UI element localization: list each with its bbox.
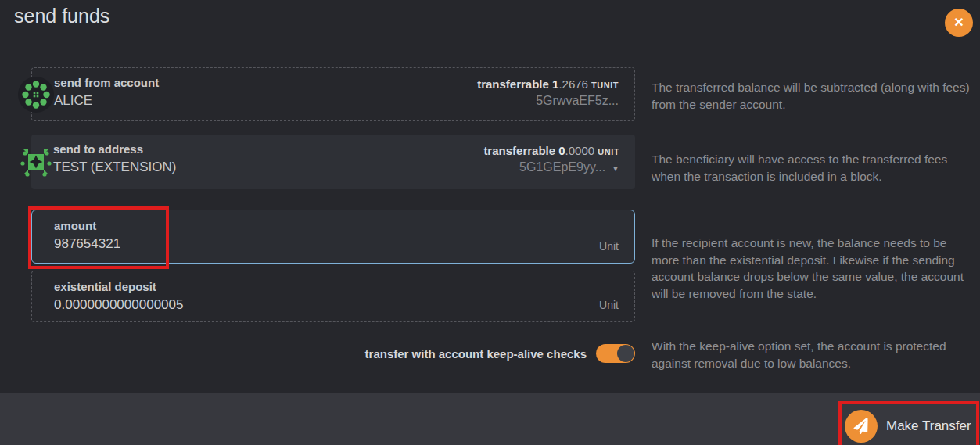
to-balance-unit: UNIT [598, 147, 619, 156]
from-account-name: ALICE [54, 93, 159, 109]
existential-unit-label: Unit [599, 299, 619, 311]
help-text-existential: If the recipient account is new, the bal… [652, 235, 975, 303]
close-icon: ✕ [953, 16, 964, 29]
keep-alive-toggle[interactable] [596, 344, 635, 363]
chevron-down-icon[interactable]: ▼ [612, 164, 619, 173]
help-text-sender: The transferred balance will be subtract… [652, 79, 975, 113]
keep-alive-label: transfer with account keep-alive checks [365, 347, 587, 361]
to-balance-frac: .0000 [565, 144, 595, 157]
modal-footer [0, 393, 980, 445]
amount-input[interactable] [54, 236, 492, 252]
amount-label: amount [54, 219, 492, 232]
modal-title: send funds [14, 5, 109, 27]
to-balance-line: transferrable 0.0000 UNIT [483, 144, 619, 157]
make-transfer-button[interactable]: Make Transfer [845, 410, 971, 443]
send-funds-modal: send funds ✕ send from account ALICE tra… [0, 0, 980, 445]
paper-plane-icon [845, 410, 878, 443]
amount-info: amount [54, 219, 492, 252]
from-account-info: send from account ALICE [54, 76, 159, 109]
existential-info: existential deposit [54, 280, 492, 313]
from-balance-unit: TUNIT [591, 81, 619, 90]
existential-deposit-input [54, 297, 492, 313]
from-account-balance: transferrable 1.2676 TUNIT 5GrwvaEF5z... [477, 76, 619, 109]
existential-deposit-field: existential deposit Unit [31, 271, 635, 322]
toggle-knob [617, 345, 634, 362]
send-from-account-row: send from account ALICE transferrable 1.… [31, 67, 635, 121]
close-button[interactable]: ✕ [945, 9, 973, 37]
help-text-beneficiary: The beneficiary will have access to the … [652, 151, 975, 185]
to-balance-int: 0 [558, 144, 565, 157]
amount-field[interactable]: amount Unit [31, 210, 635, 264]
make-transfer-label: Make Transfer [886, 418, 971, 434]
amount-unit-label: Unit [599, 240, 619, 253]
from-account-address: 5GrwvaEF5z... [477, 94, 619, 108]
to-account-address: 5G1GEpE9yy...▼ [483, 160, 619, 174]
to-address-label: send to address [53, 142, 176, 156]
from-balance-line: transferrable 1.2676 TUNIT [477, 77, 619, 91]
existential-deposit-label: existential deposit [54, 280, 492, 293]
help-text-keep-alive: With the keep-alive option set, the acco… [652, 338, 975, 371]
keep-alive-row: transfer with account keep-alive checks [31, 344, 635, 363]
to-address-balance: transferrable 0.0000 UNIT 5G1GEpE9yy...▼ [483, 142, 619, 175]
from-account-label: send from account [54, 76, 159, 89]
to-address-name: TEST (EXTENSION) [53, 160, 176, 175]
from-account-identicon [17, 76, 55, 113]
from-balance-frac: .2676 [558, 77, 588, 91]
from-balance-label: transferrable [477, 77, 549, 91]
to-address-identicon [17, 143, 55, 181]
send-to-address-row[interactable]: send to address TEST (EXTENSION) transfe… [31, 135, 635, 189]
to-balance-label: transferrable [483, 144, 555, 157]
to-address-info: send to address TEST (EXTENSION) [53, 142, 176, 175]
